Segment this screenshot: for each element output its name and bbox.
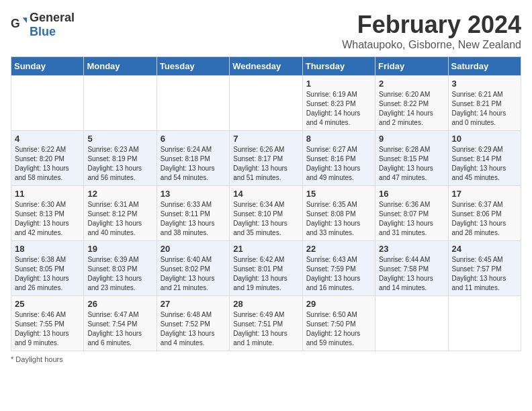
calendar-cell: 12Sunrise: 6:31 AMSunset: 8:12 PMDayligh… — [84, 186, 157, 241]
day-number: 5 — [87, 134, 152, 144]
day-number: 24 — [452, 244, 517, 254]
calendar-cell: 16Sunrise: 6:36 AMSunset: 8:07 PMDayligh… — [375, 186, 448, 241]
day-number: 29 — [306, 299, 371, 309]
weekday-header-wednesday: Wednesday — [230, 57, 302, 76]
calendar-week-row: 25Sunrise: 6:46 AMSunset: 7:55 PMDayligh… — [11, 296, 521, 351]
day-info: Sunrise: 6:35 AMSunset: 8:08 PMDaylight:… — [306, 200, 371, 238]
day-number: 9 — [379, 134, 444, 144]
logo-general: General — [30, 11, 75, 24]
day-info: Sunrise: 6:39 AMSunset: 8:03 PMDaylight:… — [87, 255, 152, 293]
day-number: 13 — [161, 189, 226, 199]
calendar-cell: 6Sunrise: 6:24 AMSunset: 8:18 PMDaylight… — [157, 131, 229, 186]
day-number: 6 — [161, 134, 226, 144]
day-number: 10 — [452, 134, 517, 144]
calendar-cell — [230, 76, 302, 131]
day-number: 21 — [233, 244, 298, 254]
calendar-cell: 9Sunrise: 6:28 AMSunset: 8:15 PMDaylight… — [375, 131, 448, 186]
day-number: 14 — [233, 189, 298, 199]
calendar-cell — [375, 296, 448, 351]
logo-blue: Blue — [30, 25, 56, 38]
weekday-header-sunday: Sunday — [11, 57, 84, 76]
calendar-cell: 4Sunrise: 6:22 AMSunset: 8:20 PMDaylight… — [11, 131, 84, 186]
weekday-header-friday: Friday — [375, 57, 448, 76]
day-info: Sunrise: 6:34 AMSunset: 8:10 PMDaylight:… — [233, 200, 298, 238]
calendar-cell — [11, 76, 84, 131]
calendar-cell: 2Sunrise: 6:20 AMSunset: 8:22 PMDaylight… — [375, 76, 448, 131]
month-year-title: February 2024 — [342, 11, 521, 39]
calendar-cell: 29Sunrise: 6:50 AMSunset: 7:50 PMDayligh… — [302, 296, 375, 351]
day-number: 8 — [306, 134, 371, 144]
calendar-week-row: 18Sunrise: 6:38 AMSunset: 8:05 PMDayligh… — [11, 241, 521, 296]
day-info: Sunrise: 6:40 AMSunset: 8:02 PMDaylight:… — [161, 255, 226, 293]
day-info: Sunrise: 6:24 AMSunset: 8:18 PMDaylight:… — [161, 145, 226, 183]
day-info: Sunrise: 6:45 AMSunset: 7:57 PMDaylight:… — [452, 255, 517, 293]
calendar-cell: 3Sunrise: 6:21 AMSunset: 8:21 PMDaylight… — [448, 76, 521, 131]
page-header: G General Blue February 2024 Whataupoko,… — [11, 11, 521, 51]
calendar-cell: 5Sunrise: 6:23 AMSunset: 8:19 PMDaylight… — [84, 131, 157, 186]
title-section: February 2024 Whataupoko, Gisborne, New … — [342, 11, 521, 51]
calendar-week-row: 4Sunrise: 6:22 AMSunset: 8:20 PMDaylight… — [11, 131, 521, 186]
logo-text: General Blue — [30, 11, 75, 39]
weekday-header-monday: Monday — [84, 57, 157, 76]
logo-mark: G — [11, 15, 27, 34]
footer-note: * Daylight hours — [11, 355, 521, 363]
weekday-header-thursday: Thursday — [302, 57, 375, 76]
calendar-cell: 17Sunrise: 6:37 AMSunset: 8:06 PMDayligh… — [448, 186, 521, 241]
calendar-week-row: 1Sunrise: 6:19 AMSunset: 8:23 PMDaylight… — [11, 76, 521, 131]
day-info: Sunrise: 6:49 AMSunset: 7:51 PMDaylight:… — [233, 310, 298, 348]
day-number: 23 — [379, 244, 444, 254]
day-info: Sunrise: 6:33 AMSunset: 8:11 PMDaylight:… — [161, 200, 226, 238]
day-number: 4 — [15, 134, 80, 144]
day-info: Sunrise: 6:44 AMSunset: 7:58 PMDaylight:… — [379, 255, 444, 293]
calendar-cell: 10Sunrise: 6:29 AMSunset: 8:14 PMDayligh… — [448, 131, 521, 186]
day-info: Sunrise: 6:36 AMSunset: 8:07 PMDaylight:… — [379, 200, 444, 238]
calendar-cell: 15Sunrise: 6:35 AMSunset: 8:08 PMDayligh… — [302, 186, 375, 241]
day-number: 25 — [15, 299, 80, 309]
day-info: Sunrise: 6:30 AMSunset: 8:13 PMDaylight:… — [15, 200, 80, 238]
calendar-cell: 25Sunrise: 6:46 AMSunset: 7:55 PMDayligh… — [11, 296, 84, 351]
day-number: 3 — [452, 79, 517, 89]
day-info: Sunrise: 6:42 AMSunset: 8:01 PMDaylight:… — [233, 255, 298, 293]
day-number: 12 — [87, 189, 152, 199]
day-info: Sunrise: 6:43 AMSunset: 7:59 PMDaylight:… — [306, 255, 371, 293]
day-number: 26 — [87, 299, 152, 309]
calendar-cell — [448, 296, 521, 351]
day-number: 7 — [233, 134, 298, 144]
day-number: 18 — [15, 244, 80, 254]
day-info: Sunrise: 6:38 AMSunset: 8:05 PMDaylight:… — [15, 255, 80, 293]
calendar-cell: 20Sunrise: 6:40 AMSunset: 8:02 PMDayligh… — [157, 241, 229, 296]
day-info: Sunrise: 6:19 AMSunset: 8:23 PMDaylight:… — [306, 90, 371, 128]
day-info: Sunrise: 6:28 AMSunset: 8:15 PMDaylight:… — [379, 145, 444, 183]
calendar-cell: 7Sunrise: 6:26 AMSunset: 8:17 PMDaylight… — [230, 131, 302, 186]
day-info: Sunrise: 6:37 AMSunset: 8:06 PMDaylight:… — [452, 200, 517, 238]
day-info: Sunrise: 6:29 AMSunset: 8:14 PMDaylight:… — [452, 145, 517, 183]
day-info: Sunrise: 6:46 AMSunset: 7:55 PMDaylight:… — [15, 310, 80, 348]
day-info: Sunrise: 6:48 AMSunset: 7:52 PMDaylight:… — [161, 310, 226, 348]
day-number: 16 — [379, 189, 444, 199]
day-number: 2 — [379, 79, 444, 89]
day-info: Sunrise: 6:47 AMSunset: 7:54 PMDaylight:… — [87, 310, 152, 348]
day-info: Sunrise: 6:31 AMSunset: 8:12 PMDaylight:… — [87, 200, 152, 238]
day-number: 22 — [306, 244, 371, 254]
location-subtitle: Whataupoko, Gisborne, New Zealand — [342, 39, 521, 51]
calendar-cell: 26Sunrise: 6:47 AMSunset: 7:54 PMDayligh… — [84, 296, 157, 351]
calendar-cell: 27Sunrise: 6:48 AMSunset: 7:52 PMDayligh… — [157, 296, 229, 351]
calendar-week-row: 11Sunrise: 6:30 AMSunset: 8:13 PMDayligh… — [11, 186, 521, 241]
calendar-cell: 21Sunrise: 6:42 AMSunset: 8:01 PMDayligh… — [230, 241, 302, 296]
calendar-cell: 18Sunrise: 6:38 AMSunset: 8:05 PMDayligh… — [11, 241, 84, 296]
day-info: Sunrise: 6:27 AMSunset: 8:16 PMDaylight:… — [306, 145, 371, 183]
day-info: Sunrise: 6:23 AMSunset: 8:19 PMDaylight:… — [87, 145, 152, 183]
calendar-table: SundayMondayTuesdayWednesdayThursdayFrid… — [11, 56, 521, 351]
day-info: Sunrise: 6:20 AMSunset: 8:22 PMDaylight:… — [379, 90, 444, 128]
weekday-header-saturday: Saturday — [448, 57, 521, 76]
calendar-cell: 19Sunrise: 6:39 AMSunset: 8:03 PMDayligh… — [84, 241, 157, 296]
calendar-cell — [157, 76, 229, 131]
calendar-cell — [84, 76, 157, 131]
calendar-cell: 14Sunrise: 6:34 AMSunset: 8:10 PMDayligh… — [230, 186, 302, 241]
calendar-cell: 11Sunrise: 6:30 AMSunset: 8:13 PMDayligh… — [11, 186, 84, 241]
calendar-cell: 8Sunrise: 6:27 AMSunset: 8:16 PMDaylight… — [302, 131, 375, 186]
day-number: 28 — [233, 299, 298, 309]
day-number: 17 — [452, 189, 517, 199]
day-info: Sunrise: 6:21 AMSunset: 8:21 PMDaylight:… — [452, 90, 517, 128]
weekday-header-row: SundayMondayTuesdayWednesdayThursdayFrid… — [11, 57, 521, 76]
